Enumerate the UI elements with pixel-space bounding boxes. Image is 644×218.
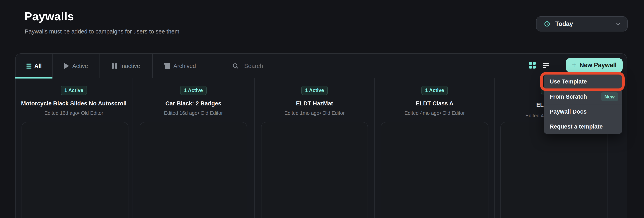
- paywall-preview[interactable]: [381, 122, 488, 218]
- paywall-edited: Edited 1mo ago• Old Editor: [255, 110, 374, 116]
- status-badge: 1 Active: [301, 86, 328, 95]
- grid-view-button[interactable]: [529, 62, 536, 69]
- menu-item-paywall-docs[interactable]: Paywall Docs: [544, 104, 622, 119]
- play-icon: [64, 63, 69, 69]
- menu-item-label: Use Template: [550, 78, 587, 85]
- tab-all[interactable]: All: [16, 54, 52, 78]
- tab-divider: [208, 54, 208, 78]
- tab-archived[interactable]: Archived: [152, 54, 208, 78]
- list-lines-icon: [26, 64, 32, 69]
- paywall-edited: Edited 16d ago• Old Editor: [16, 110, 132, 116]
- page-title: Paywalls: [24, 9, 74, 23]
- menu-item-label: From Scratch: [550, 93, 587, 100]
- plus-icon: +: [572, 61, 576, 69]
- new-paywall-label: New Paywall: [580, 62, 617, 69]
- new-badge: New: [601, 92, 618, 101]
- page-subtitle: Paywalls must be added to campaigns for …: [25, 28, 179, 35]
- paywall-edited: Edited 4mo ago• Old Editor: [375, 110, 494, 116]
- chevron-down-icon: [615, 21, 621, 27]
- archive-icon: [164, 63, 170, 69]
- tab-inactive[interactable]: Inactive: [100, 54, 152, 78]
- menu-item-label: Request a template: [550, 123, 603, 130]
- search-input[interactable]: [244, 63, 316, 69]
- pause-icon: [112, 63, 117, 69]
- paywall-title: ELDT Class A: [375, 100, 494, 107]
- paywall-preview[interactable]: [22, 122, 128, 218]
- menu-item-use-template[interactable]: Use Template: [544, 74, 622, 89]
- search-field: [232, 54, 316, 78]
- paywall-edited: Edited 4: [484, 113, 544, 119]
- tab-label: Active: [72, 63, 88, 69]
- paywall-title: EL: [494, 102, 544, 108]
- tab-label: Archived: [174, 63, 196, 69]
- status-badge: 1 Active: [422, 86, 448, 95]
- status-badge: 1 Active: [61, 86, 87, 95]
- paywall-card[interactable]: 1 Active Car Black: 2 Badges Edited 16d …: [132, 78, 254, 116]
- paywall-edited: Edited 16d ago• Old Editor: [132, 110, 254, 116]
- new-paywall-menu: Use Template From Scratch New Paywall Do…: [544, 74, 622, 134]
- menu-item-request-template[interactable]: Request a template: [544, 119, 622, 134]
- paywall-card[interactable]: 1 Active ELDT Class A Edited 4mo ago• Ol…: [375, 78, 494, 116]
- menu-item-label: Paywall Docs: [550, 108, 586, 115]
- search-icon: [232, 63, 239, 69]
- date-filter-label: Today: [555, 20, 573, 27]
- paywall-preview[interactable]: [261, 122, 368, 218]
- new-paywall-button[interactable]: + New Paywall: [566, 58, 623, 72]
- paywall-card[interactable]: 1 Active Motorcycle Black Slides No Auto…: [16, 78, 132, 116]
- column-divider: [494, 78, 495, 218]
- paywall-title: Motorcycle Black Slides No Autoscroll: [16, 100, 132, 107]
- date-filter-dropdown[interactable]: Today: [536, 16, 628, 31]
- tab-label: All: [34, 63, 42, 69]
- paywall-preview[interactable]: [140, 122, 247, 218]
- tab-active[interactable]: Active: [52, 54, 100, 78]
- list-view-button[interactable]: [543, 63, 549, 69]
- paywall-title: ELDT HazMat: [255, 100, 374, 107]
- menu-item-from-scratch[interactable]: From Scratch New: [544, 89, 622, 104]
- paywall-title: Car Black: 2 Badges: [132, 100, 254, 107]
- tab-label: Inactive: [120, 63, 140, 69]
- clock-icon: [544, 21, 550, 27]
- paywall-preview[interactable]: [500, 122, 608, 218]
- paywall-card[interactable]: 1 Active ELDT HazMat Edited 1mo ago• Old…: [255, 78, 374, 116]
- paywalls-page: Paywalls Paywalls must be added to campa…: [0, 0, 644, 218]
- status-badge: 1 Active: [180, 86, 206, 95]
